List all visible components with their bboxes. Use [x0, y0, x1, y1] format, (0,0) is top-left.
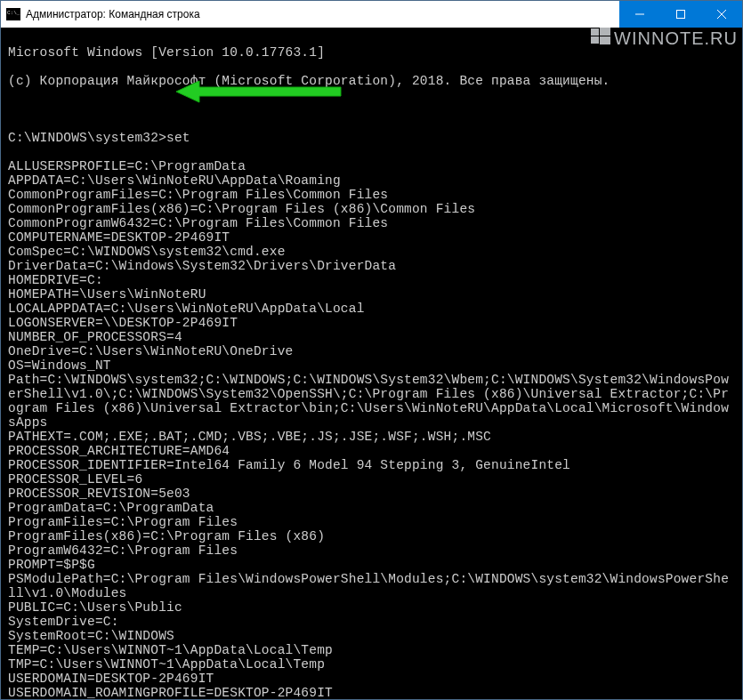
env-var-line: APPDATA=C:\Users\WinNoteRU\AppData\Roami… [8, 173, 735, 188]
env-var-line: CommonProgramW6432=C:\Program Files\Comm… [8, 216, 735, 230]
maximize-button[interactable] [660, 1, 701, 28]
env-var-line: COMPUTERNAME=DESKTOP-2P469IT [8, 230, 735, 245]
env-var-line: NUMBER_OF_PROCESSORS=4 [8, 330, 735, 344]
svg-rect-7 [591, 36, 599, 44]
env-var-line: LOCALAPPDATA=C:\Users\WinNoteRU\AppData\… [8, 302, 735, 316]
env-var-line: ComSpec=C:\WINDOWS\system32\cmd.exe [8, 245, 735, 259]
terminal-output[interactable]: Microsoft Windows [Version 10.0.17763.1]… [1, 28, 742, 700]
env-var-line: ProgramFiles=C:\Program Files [8, 515, 735, 529]
env-var-line: Path=C:\WINDOWS\system32;C:\WINDOWS;C:\W… [8, 373, 735, 430]
close-button[interactable] [701, 1, 742, 28]
watermark: WINNOTE.RU [591, 27, 738, 51]
prompt-line: C:\WINDOWS\system32>set [8, 131, 735, 145]
window-controls [619, 1, 742, 28]
watermark-text: WINNOTE.RU [614, 28, 738, 49]
svg-rect-1 [677, 11, 685, 19]
env-var-line: DriverData=C:\Windows\System32\Drivers\D… [8, 259, 735, 273]
env-var-line: HOMEDRIVE=C: [8, 273, 735, 287]
prompt-path: C:\WINDOWS\system32> [8, 131, 166, 145]
blank-line [8, 102, 735, 117]
window-title: Администратор: Командная строка [26, 8, 619, 20]
minimize-icon [635, 10, 644, 19]
env-var-line: USERDOMAIN=DESKTOP-2P469IT [8, 672, 735, 686]
titlebar[interactable]: Администратор: Командная строка [1, 1, 742, 28]
env-var-line: USERDOMAIN_ROAMINGPROFILE=DESKTOP-2P469I… [8, 686, 735, 700]
svg-rect-6 [600, 28, 610, 36]
windows-logo-icon [591, 27, 610, 51]
env-var-line: ProgramData=C:\ProgramData [8, 501, 735, 515]
env-vars-block: ALLUSERSPROFILE=C:\ProgramDataAPPDATA=C:… [8, 159, 735, 700]
env-var-line: ProgramW6432=C:\Program Files [8, 543, 735, 558]
env-var-line: SystemRoot=C:\WINDOWS [8, 629, 735, 643]
cmd-window: Администратор: Командная строка Microsof… [0, 0, 743, 700]
prompt-command: set [166, 131, 190, 145]
maximize-icon [676, 10, 685, 19]
cmd-icon [6, 8, 20, 20]
env-var-line: PROMPT=$P$G [8, 558, 735, 572]
svg-rect-5 [591, 28, 599, 36]
env-var-line: OS=Windows_NT [8, 358, 735, 373]
svg-rect-8 [600, 36, 610, 44]
env-var-line: PROCESSOR_IDENTIFIER=Intel64 Family 6 Mo… [8, 458, 735, 472]
env-var-line: PUBLIC=C:\Users\Public [8, 600, 735, 615]
env-var-line: ALLUSERSPROFILE=C:\ProgramData [8, 159, 735, 173]
close-icon [717, 10, 726, 19]
env-var-line: HOMEPATH=\Users\WinNoteRU [8, 287, 735, 302]
env-var-line: ProgramFiles(x86)=C:\Program Files (x86) [8, 529, 735, 543]
minimize-button[interactable] [619, 1, 660, 28]
env-var-line: PSModulePath=C:\Program Files\WindowsPow… [8, 572, 735, 600]
env-var-line: OneDrive=C:\Users\WinNoteRU\OneDrive [8, 344, 735, 358]
env-var-line: PATHEXT=.COM;.EXE;.BAT;.CMD;.VBS;.VBE;.J… [8, 430, 735, 444]
env-var-line: CommonProgramFiles=C:\Program Files\Comm… [8, 188, 735, 202]
env-var-line: SystemDrive=C: [8, 615, 735, 629]
env-var-line: TMP=C:\Users\WINNOT~1\AppData\Local\Temp [8, 657, 735, 672]
env-var-line: LOGONSERVER=\\DESKTOP-2P469IT [8, 316, 735, 330]
env-var-line: CommonProgramFiles(x86)=C:\Program Files… [8, 202, 735, 216]
copyright-line: (c) Корпорация Майкрософт (Microsoft Cor… [8, 74, 735, 88]
env-var-line: PROCESSOR_ARCHITECTURE=AMD64 [8, 444, 735, 458]
env-var-line: PROCESSOR_REVISION=5e03 [8, 487, 735, 501]
env-var-line: PROCESSOR_LEVEL=6 [8, 472, 735, 487]
env-var-line: TEMP=C:\Users\WINNOT~1\AppData\Local\Tem… [8, 643, 735, 657]
